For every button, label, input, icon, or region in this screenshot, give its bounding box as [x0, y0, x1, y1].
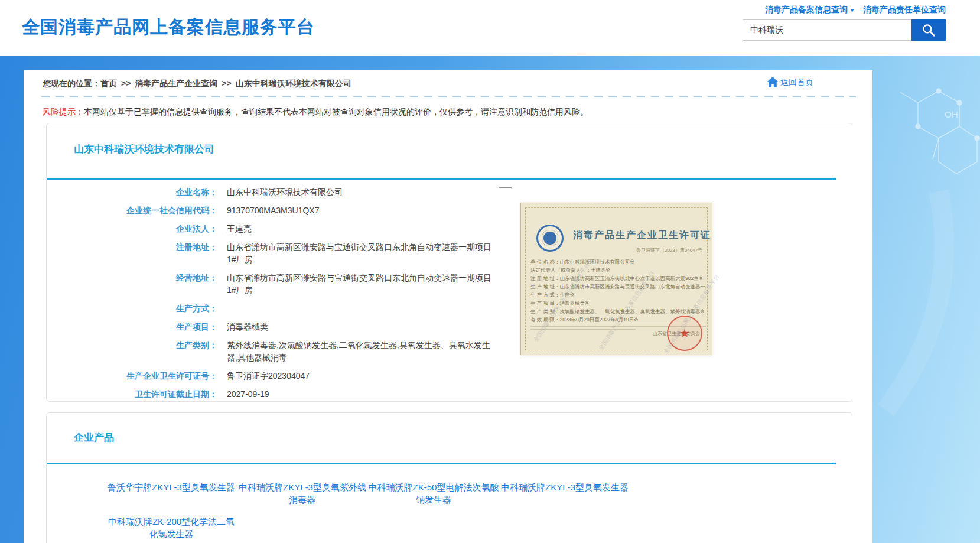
company-title: 山东中科瑞沃环境技术有限公司 — [74, 142, 214, 156]
home-icon — [766, 76, 779, 88]
info-row: 卫生许可证截止日期： 2027-09-19 — [47, 388, 497, 401]
title-divider — [47, 463, 836, 464]
breadcrumb-current: 山东中科瑞沃环境技术有限公司 — [236, 79, 351, 88]
search-icon — [921, 22, 936, 38]
emblem-core — [542, 230, 558, 246]
risk-notice-text: 本网站仅基于已掌握的信息提供查询服务，查询结果不代表本网站对被查询对象信用状况的… — [84, 107, 588, 116]
license-certificate-image: 消毒产品生产企业卫生许可证 鲁卫消证字（2023）第04047号 单 位 名 称… — [520, 203, 712, 355]
field-value: 山东省潍坊市高新区潍安路与宝通街交叉路口东北角自动变速器一期项目1#厂房 — [227, 272, 497, 297]
product-link[interactable]: 鲁沃华宇牌ZKYL-3型臭氧发生器 — [106, 481, 237, 506]
certificate-line: 法定代表人（或负责人）：王建亮※ — [530, 266, 706, 274]
info-row: 生产项目： 消毒器械类 — [47, 321, 497, 333]
search-bar — [743, 19, 946, 41]
info-row: 注册地址： 山东省潍坊市高新区潍安路与宝通街交叉路口东北角自动变速器一期项目1#… — [47, 241, 497, 266]
certificate-line: 生 产 项 目：消毒器械类※ — [530, 299, 706, 307]
field-label: 注册地址： — [47, 241, 217, 266]
search-input[interactable] — [743, 19, 911, 41]
breadcrumb-prefix: 您现在的位置： — [43, 79, 100, 88]
field-value: 紫外线消毒器,次氯酸钠发生器,二氧化氯发生器,臭氧发生器、臭氧水发生器,其他器械… — [227, 339, 497, 364]
products-title: 企业产品 — [74, 431, 114, 444]
info-row: 企业法人： 王建亮 — [47, 223, 497, 235]
product-link[interactable]: 中科瑞沃牌ZKYL-3型臭氧紫外线消毒器 — [237, 481, 368, 506]
header-tools: 消毒产品备案信息查询 ▾ 消毒产品责任单位查询 — [743, 5, 946, 41]
info-row: 企业统一社会信用代码： 91370700MA3M3U1QX7 — [47, 204, 497, 217]
field-label: 企业法人： — [47, 223, 217, 235]
nav-link-label: 消毒产品责任单位查询 — [863, 5, 946, 15]
info-row: 生产类别： 紫外线消毒器,次氯酸钠发生器,二氧化氯发生器,臭氧发生器、臭氧水发生… — [47, 339, 497, 364]
product-link[interactable]: 中科瑞沃牌ZK-50型电解法次氯酸钠发生器 — [368, 481, 499, 506]
dash-mark — [499, 187, 512, 188]
red-seal-icon: ★ — [667, 316, 702, 351]
certificate-line: 单 位 名 称：山东中科瑞沃环境技术有限公司※ — [530, 258, 706, 266]
product-link[interactable]: 中科瑞沃牌ZK-200型化学法二氧化氯发生器 — [106, 515, 237, 540]
main-panel: 您现在的位置：首页>>消毒产品生产企业查询>>山东中科瑞沃环境技术有限公司 返回… — [24, 70, 872, 543]
field-label: 企业名称： — [47, 186, 217, 199]
field-label: 经营地址： — [47, 272, 217, 297]
info-row: 生产企业卫生许可证号： 鲁卫消证字202304047 — [47, 370, 497, 382]
back-home-label: 返回首页 — [780, 77, 813, 88]
field-value: 消毒器械类 — [227, 321, 268, 333]
product-row: 中科瑞沃牌ZK-200型化学法二氧化氯发生器 — [106, 515, 630, 540]
breadcrumb-home[interactable]: 首页 — [100, 79, 117, 88]
field-value: 山东中科瑞沃环境技术有限公司 — [227, 186, 343, 199]
field-label: 企业统一社会信用代码： — [47, 204, 217, 217]
field-label: 生产类别： — [47, 339, 217, 364]
breadcrumb-separator: >> — [222, 79, 231, 88]
certificate-line: 生 产 地 址：山东省潍坊市高新区潍安路与宝通街交叉路口东北角自动变速器一期项目… — [530, 282, 706, 291]
field-label: 卫生许可证截止日期： — [47, 388, 217, 401]
field-value: 山东省潍坊市高新区潍安路与宝通街交叉路口东北角自动变速器一期项目1#厂房 — [227, 241, 497, 266]
nav-link-responsible-unit-query[interactable]: 消毒产品责任单位查询 — [863, 5, 946, 15]
background-molecule-graphic: OH — [868, 56, 980, 434]
field-value: 王建亮 — [227, 223, 252, 235]
company-field-list: 企业名称： 山东中科瑞沃环境技术有限公司 企业统一社会信用代码： 9137070… — [47, 186, 497, 407]
certificate-line: 生 产 方 式：生产※ — [530, 291, 706, 299]
back-home-link[interactable]: 返回首页 — [766, 76, 813, 88]
field-value: 2027-09-19 — [227, 388, 269, 401]
svg-text:OH: OH — [945, 109, 958, 119]
field-label: 生产方式： — [47, 303, 217, 315]
breadcrumb-enterprise-query[interactable]: 消毒产品生产企业查询 — [135, 79, 217, 88]
emblem-icon — [536, 225, 564, 252]
top-nav: 消毒产品备案信息查询 ▾ 消毒产品责任单位查询 — [743, 5, 946, 15]
info-row: 企业名称： 山东中科瑞沃环境技术有限公司 — [47, 186, 497, 199]
product-link[interactable]: 中科瑞沃牌ZKYL-3型臭氧发生器 — [499, 481, 630, 506]
certificate-title: 消毒产品生产企业卫生许可证 — [573, 229, 711, 242]
certificate-line: 注 册 地 址：山东省潍坊高新区玉清东街以北中心次干道以西高新大厦902室※ — [530, 274, 706, 282]
title-divider — [47, 178, 836, 180]
risk-notice: 风险提示：本网站仅基于已掌握的信息提供查询服务，查询结果不代表本网站对被查询对象… — [43, 107, 588, 118]
products-card: 企业产品 鲁沃华宇牌ZKYL-3型臭氧发生器 中科瑞沃牌ZKYL-3型臭氧紫外线… — [46, 412, 852, 543]
risk-notice-label: 风险提示： — [43, 107, 84, 116]
field-value: 鲁卫消证字202304047 — [227, 370, 310, 382]
products-list: 鲁沃华宇牌ZKYL-3型臭氧发生器 中科瑞沃牌ZKYL-3型臭氧紫外线消毒器 中… — [106, 481, 630, 543]
chevron-down-icon: ▾ — [851, 7, 854, 14]
breadcrumb-separator: >> — [121, 79, 131, 88]
site-header: 全国消毒产品网上备案信息服务平台 消毒产品备案信息查询 ▾ 消毒产品责任单位查询 — [0, 0, 980, 56]
info-row: 经营地址： 山东省潍坊市高新区潍安路与宝通街交叉路口东北角自动变速器一期项目1#… — [47, 272, 497, 297]
star-icon: ★ — [679, 326, 690, 340]
info-row: 生产方式： — [47, 303, 497, 315]
site-title: 全国消毒产品网上备案信息服务平台 — [22, 15, 315, 40]
search-button[interactable] — [911, 19, 946, 41]
field-label: 生产企业卫生许可证号： — [47, 370, 217, 382]
certificate-number: 鲁卫消证字（2023）第04047号 — [636, 247, 702, 253]
field-label: 生产项目： — [47, 321, 217, 333]
dashed-divider — [41, 96, 856, 97]
product-row: 鲁沃华宇牌ZKYL-3型臭氧发生器 中科瑞沃牌ZKYL-3型臭氧紫外线消毒器 中… — [106, 481, 630, 506]
certificate-line: 生 产 类 别：次氯酸钠发生器、二氧化氯发生器、臭氧发生器、紫外线消毒器※ — [530, 307, 706, 316]
nav-link-label: 消毒产品备案信息查询 — [765, 5, 848, 15]
field-value: 91370700MA3M3U1QX7 — [227, 204, 319, 217]
company-info-card: 山东中科瑞沃环境技术有限公司 企业名称： 山东中科瑞沃环境技术有限公司 企业统一… — [46, 123, 852, 402]
nav-link-record-info-query[interactable]: 消毒产品备案信息查询 ▾ — [765, 5, 854, 15]
breadcrumb: 您现在的位置：首页>>消毒产品生产企业查询>>山东中科瑞沃环境技术有限公司 — [43, 79, 351, 89]
